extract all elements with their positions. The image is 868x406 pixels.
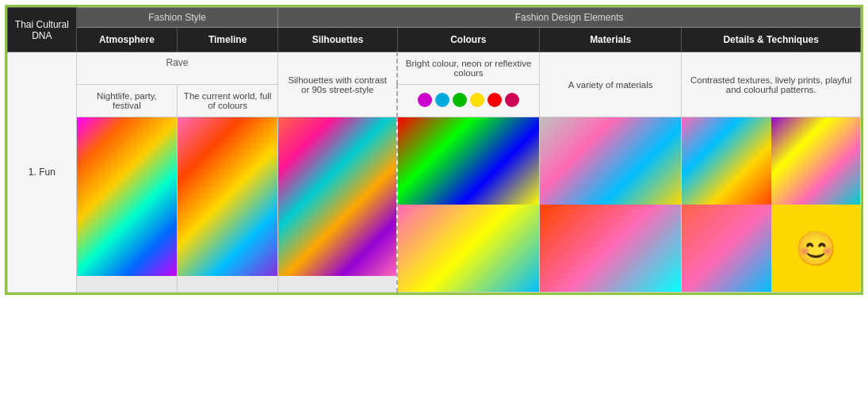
colours-col-header: Colours xyxy=(397,28,539,52)
details-col-header: Details & Techniques xyxy=(682,28,861,52)
thai-dna-header: Thai Cultural DNA xyxy=(8,8,77,52)
details-image-2 xyxy=(771,117,860,205)
silhouettes-image xyxy=(278,117,396,276)
fashion-style-header: Fashion Style xyxy=(76,8,278,28)
details-text: Contrasted textures, lively prints, play… xyxy=(682,52,861,117)
dot-1 xyxy=(418,93,432,107)
silhouettes-col-header: Silhouettes xyxy=(278,28,397,52)
colours-image-cell xyxy=(397,117,539,293)
colour-dots-cell xyxy=(397,85,539,117)
color-dots-row xyxy=(401,88,536,112)
main-table-container: Thai Cultural DNA Fashion Style Fashion … xyxy=(5,5,863,295)
silhouettes-text: Silhouettes with contrast or 90s street-… xyxy=(278,52,397,117)
dot-4 xyxy=(470,93,484,107)
dot-5 xyxy=(488,93,502,107)
details-image-3 xyxy=(682,205,770,292)
atmosphere-image-cell xyxy=(76,117,177,293)
materials-text: A variety of materials xyxy=(539,52,681,117)
dot-6 xyxy=(505,93,519,107)
fashion-design-header: Fashion Design Elements xyxy=(278,8,861,28)
details-image-cell: 😊 xyxy=(682,117,861,293)
materials-col-header: Materials xyxy=(539,28,681,52)
timeline-text: The current world, full of colours xyxy=(178,85,278,117)
timeline-image xyxy=(178,117,277,276)
silhouettes-image-cell xyxy=(278,117,397,293)
timeline-col-header: Timeline xyxy=(178,28,278,52)
dot-3 xyxy=(453,93,467,107)
colours-image-1 xyxy=(398,117,539,205)
colours-image-2 xyxy=(398,205,539,292)
atmosphere-col-header: Atmosphere xyxy=(76,28,177,52)
materials-image-1 xyxy=(540,117,681,205)
materials-image-2 xyxy=(540,205,681,292)
timeline-image-cell xyxy=(178,117,278,293)
details-image-1 xyxy=(682,117,770,205)
details-image-smiley: 😊 xyxy=(771,205,860,292)
materials-image-cell xyxy=(539,117,681,293)
rave-label: Rave xyxy=(76,52,278,85)
atmosphere-image xyxy=(77,117,177,276)
row-label-fun: 1. Fun xyxy=(8,52,77,293)
dot-2 xyxy=(435,93,449,107)
colours-text: Bright colour, neon or reflextive colour… xyxy=(397,52,539,85)
atmosphere-text: Nightlife, party, festival xyxy=(76,85,177,117)
